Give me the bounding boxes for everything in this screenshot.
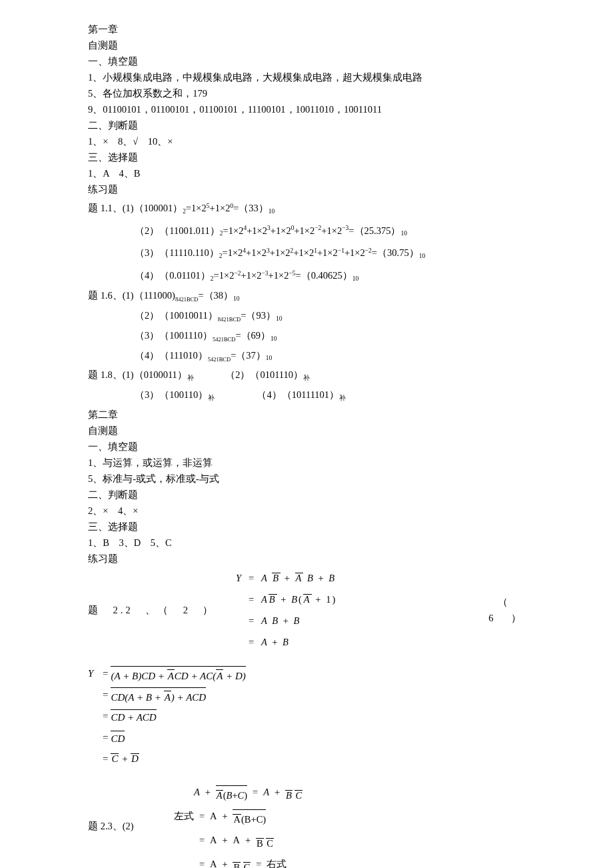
equation-block: Y= (A + B)CD + ACD + AC(A + D) = CD(A + … [88,663,525,769]
text: 5、各位加权系数之和，179 [88,85,525,101]
heading: 三、选择题 [88,519,525,535]
heading: 二、判断题 [88,487,525,503]
math-line: 题 1.6、(1)（111000)8421BCD=（38）10 [88,287,525,307]
text: 2、× 4、× [88,503,525,519]
heading: 第一章 [88,21,525,37]
heading: 一、填空题 [88,53,525,69]
text: 9、01100101，01100101，01100101，11100101，10… [88,101,525,117]
heading: 第二章 [88,407,525,423]
heading: 一、填空题 [88,439,525,455]
math-line: （2）（11001.011）2=1×24+1×23+1×20+1×2−2+1×2… [88,220,525,243]
text: 1、与运算，或运算，非运算 [88,455,525,471]
math-line: 题 1.1、(1)（100001）2=1×25+1×20=（33）10 [88,197,525,220]
heading: 自测题 [88,423,525,439]
text: 1、B 3、D 5、C [88,535,525,551]
text: 1、× 8、√ 10、× [88,133,525,149]
math-line: （2）（10010011）8421BCD=（93）10 [88,307,525,327]
math-line: 题 1.8、(1)（0100011）补 （2）（0101110）补 [88,367,525,387]
label: （ 6 ） [465,594,525,626]
equation-2-3: 题 2.3、(2) A+A(B+C)=A+B C 左式=A+A(B+C) =A+… [88,780,525,868]
math-line: （4）（0.01101）2=1×2−2+1×2−3+1×2−5=（0.40625… [88,265,525,287]
heading: 二、判断题 [88,117,525,133]
label: 题 2.2 、（ 2 ） [88,602,228,618]
text: 1、小规模集成电路，中规模集成电路，大规模集成电路，超大规模集成电路 [88,69,525,85]
math-line: （4）（111010）5421BCD=（37）10 [88,347,525,367]
document-page: 第一章 自测题 一、填空题 1、小规模集成电路，中规模集成电路，大规模集成电路，… [0,0,613,868]
heading: 练习题 [88,181,525,197]
heading: 练习题 [88,551,525,567]
math-line: （3）（1001110）5421BCD=（69）10 [88,327,525,347]
label: 题 2.3、(2) [88,818,151,834]
equation-2-2: 题 2.2 、（ 2 ） Y=A B + A B + B =AB + B(A +… [88,569,525,651]
math-line: （3）（100110）补 （4）（10111101）补 [88,387,525,407]
text: 5、标准与-或式，标准或-与式 [88,471,525,487]
heading: 自测题 [88,37,525,53]
heading: 三、选择题 [88,149,525,165]
math-line: （3）（11110.110）2=1×24+1×23+1×22+1×21+1×2−… [88,242,525,265]
text: 1、A 4、B [88,165,525,181]
